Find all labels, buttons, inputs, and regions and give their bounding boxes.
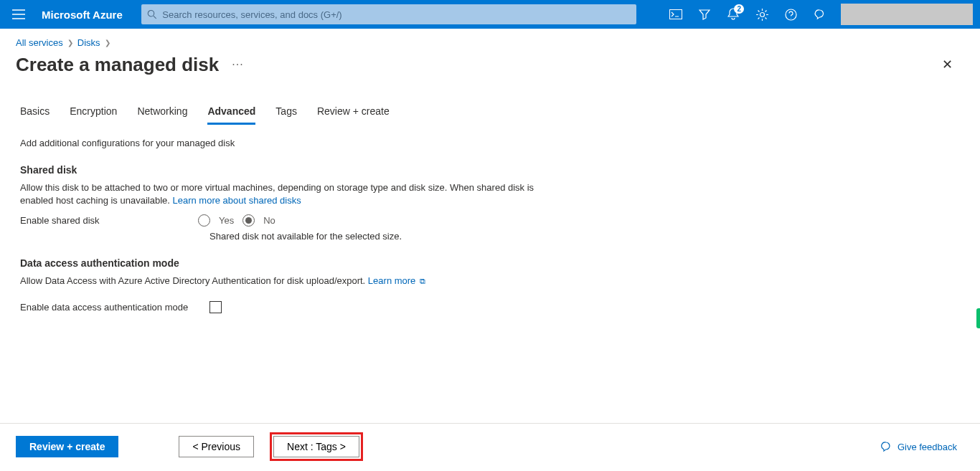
hamburger-menu-icon[interactable] bbox=[7, 3, 30, 26]
tab-advanced[interactable]: Advanced bbox=[207, 105, 255, 125]
shared-disk-radio-group: Yes No bbox=[198, 214, 275, 227]
previous-button[interactable]: < Previous bbox=[179, 436, 254, 457]
account-block[interactable] bbox=[841, 4, 973, 25]
chevron-right-icon: ❯ bbox=[67, 39, 73, 47]
feedback-icon[interactable] bbox=[806, 1, 832, 27]
tab-content: Add additional configurations for your m… bbox=[0, 125, 560, 323]
close-icon[interactable]: ✕ bbox=[938, 52, 957, 77]
cloud-shell-icon[interactable] bbox=[663, 1, 689, 27]
tab-bar: Basics Encryption Networking Advanced Ta… bbox=[0, 77, 980, 125]
settings-gear-icon[interactable] bbox=[749, 1, 775, 27]
svg-point-3 bbox=[786, 9, 796, 20]
data-access-checkbox[interactable] bbox=[209, 301, 222, 313]
radio-no-label: No bbox=[263, 215, 275, 226]
wizard-footer: Review + create < Previous Next : Tags >… bbox=[0, 423, 980, 471]
data-access-learn-more-link[interactable]: Learn more ⧉ bbox=[368, 275, 425, 286]
enable-shared-disk-row: Enable shared disk Yes No bbox=[20, 214, 540, 227]
tab-encryption[interactable]: Encryption bbox=[70, 105, 117, 125]
top-bar: Microsoft Azure 2 bbox=[0, 0, 980, 29]
breadcrumb-all-services[interactable]: All services bbox=[16, 37, 63, 48]
shared-disk-learn-more-link[interactable]: Learn more about shared disks bbox=[172, 195, 301, 206]
chevron-right-icon: ❯ bbox=[105, 39, 110, 47]
shared-disk-warning: Shared disk not available for the select… bbox=[191, 231, 540, 242]
feedback-icon bbox=[880, 441, 892, 452]
page-title: Create a managed disk bbox=[16, 54, 219, 76]
tab-review-create[interactable]: Review + create bbox=[317, 105, 390, 125]
review-create-button[interactable]: Review + create bbox=[16, 436, 118, 457]
side-tab-indicator[interactable] bbox=[976, 308, 980, 328]
radio-yes-label: Yes bbox=[219, 215, 234, 226]
intro-text: Add additional configurations for your m… bbox=[20, 138, 540, 148]
notifications-icon[interactable]: 2 bbox=[720, 1, 746, 27]
radio-no[interactable] bbox=[242, 214, 255, 227]
notification-badge: 2 bbox=[734, 4, 744, 14]
breadcrumb: All services ❯ Disks ❯ bbox=[0, 29, 980, 52]
give-feedback-label: Give feedback bbox=[897, 442, 957, 452]
radio-yes[interactable] bbox=[198, 214, 210, 227]
topbar-icons: 2 bbox=[663, 1, 973, 27]
tab-networking[interactable]: Networking bbox=[137, 105, 187, 125]
tab-tags[interactable]: Tags bbox=[275, 105, 297, 125]
svg-point-2 bbox=[760, 12, 764, 16]
global-search[interactable] bbox=[141, 4, 636, 24]
enable-shared-disk-label: Enable shared disk bbox=[20, 215, 191, 226]
give-feedback-link[interactable]: Give feedback bbox=[880, 441, 957, 452]
enable-data-access-label: Enable data access authentication mode bbox=[20, 302, 202, 313]
more-actions-icon[interactable]: ··· bbox=[229, 58, 246, 71]
search-icon bbox=[147, 9, 157, 19]
data-access-heading: Data access authentication mode bbox=[20, 257, 540, 269]
svg-point-0 bbox=[148, 10, 154, 16]
highlight-box: Next : Tags > bbox=[270, 432, 363, 461]
breadcrumb-disks[interactable]: Disks bbox=[77, 37, 100, 48]
help-icon[interactable] bbox=[778, 1, 804, 27]
directory-filter-icon[interactable] bbox=[692, 1, 717, 27]
title-row: Create a managed disk ··· ✕ bbox=[0, 52, 980, 77]
tab-basics[interactable]: Basics bbox=[20, 105, 50, 125]
svg-rect-1 bbox=[670, 10, 682, 19]
external-link-icon: ⧉ bbox=[420, 277, 425, 285]
next-button[interactable]: Next : Tags > bbox=[273, 436, 359, 457]
data-access-text: Allow Data Access with Azure Active Dire… bbox=[20, 275, 540, 287]
brand-label[interactable]: Microsoft Azure bbox=[42, 9, 123, 21]
shared-disk-text: Allow this disk to be attached to two or… bbox=[20, 181, 540, 207]
enable-data-access-row: Enable data access authentication mode bbox=[20, 301, 540, 313]
shared-disk-heading: Shared disk bbox=[20, 164, 540, 176]
search-input[interactable] bbox=[162, 9, 630, 20]
